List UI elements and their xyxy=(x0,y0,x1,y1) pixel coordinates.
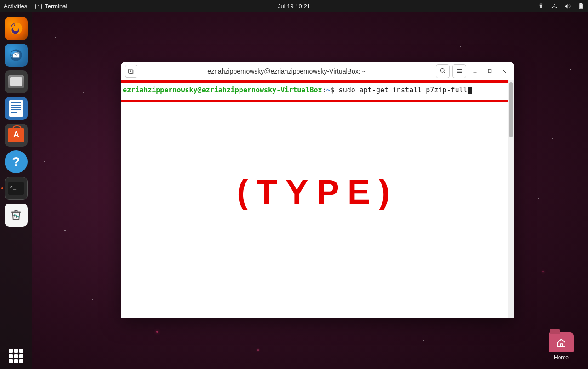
activities-button[interactable]: Activities xyxy=(4,3,27,10)
volume-icon[interactable] xyxy=(564,3,571,10)
prompt-line: ezriahzippernowsky@ezriahzippernowsky-Vi… xyxy=(123,86,472,94)
svg-point-3 xyxy=(556,7,557,8)
svg-point-0 xyxy=(540,3,542,5)
battery-icon[interactable] xyxy=(577,3,584,10)
maximize-button[interactable] xyxy=(484,65,496,77)
trash-icon[interactable] xyxy=(5,204,28,227)
libreoffice-writer-icon[interactable] xyxy=(5,97,28,120)
show-applications-button[interactable] xyxy=(9,349,23,363)
svg-rect-13 xyxy=(488,69,491,72)
clock[interactable]: Jul 19 10:21 xyxy=(278,3,310,10)
scrollbar[interactable] xyxy=(508,80,514,318)
firefox-icon[interactable] xyxy=(5,17,28,40)
network-icon[interactable] xyxy=(551,3,558,10)
thunderbird-icon[interactable] xyxy=(5,44,28,67)
search-button[interactable] xyxy=(436,64,450,78)
dock: ? xyxy=(0,12,32,369)
minimize-button[interactable] xyxy=(469,65,481,77)
ubuntu-software-icon[interactable] xyxy=(5,124,28,147)
new-tab-button[interactable] xyxy=(125,65,137,78)
top-bar: Activities Terminal Jul 19 10:21 xyxy=(0,0,588,12)
prompt-path: ~ xyxy=(326,86,331,94)
terminal-dock-icon[interactable] xyxy=(5,177,28,200)
svg-point-9 xyxy=(14,215,15,216)
close-button[interactable] xyxy=(498,65,510,77)
svg-rect-6 xyxy=(580,5,582,8)
home-folder-icon xyxy=(549,332,574,352)
home-label: Home xyxy=(554,354,569,361)
accessibility-icon[interactable] xyxy=(537,3,544,10)
scrollbar-thumb[interactable] xyxy=(509,82,513,137)
active-app-label: Terminal xyxy=(45,3,67,10)
terminal-icon xyxy=(35,4,42,9)
help-icon[interactable]: ? xyxy=(5,150,28,173)
active-app-indicator[interactable]: Terminal xyxy=(35,3,67,10)
menu-button[interactable] xyxy=(452,64,466,78)
terminal-window: ezriahzippernowsky@ezriahzippernowsky-Vi… xyxy=(121,62,514,318)
files-icon[interactable] xyxy=(5,70,28,93)
svg-rect-5 xyxy=(580,3,582,4)
terminal-body[interactable]: ezriahzippernowsky@ezriahzippernowsky-Vi… xyxy=(121,80,514,318)
desktop-home-folder[interactable]: Home xyxy=(548,332,575,361)
command-text: sudo apt-get install p7zip-full xyxy=(339,86,468,94)
svg-point-2 xyxy=(552,7,553,8)
prompt-user-host: ezriahzippernowsky@ezriahzippernowsky-Vi… xyxy=(123,86,322,94)
svg-point-12 xyxy=(440,69,444,73)
cursor xyxy=(468,87,472,94)
annotation-type-label: (TYPE) xyxy=(237,172,398,211)
window-title: ezriahzippernowsky@ezriahzippernowsky-Vi… xyxy=(140,68,433,75)
window-titlebar[interactable]: ezriahzippernowsky@ezriahzippernowsky-Vi… xyxy=(121,62,514,80)
svg-point-1 xyxy=(554,4,555,5)
